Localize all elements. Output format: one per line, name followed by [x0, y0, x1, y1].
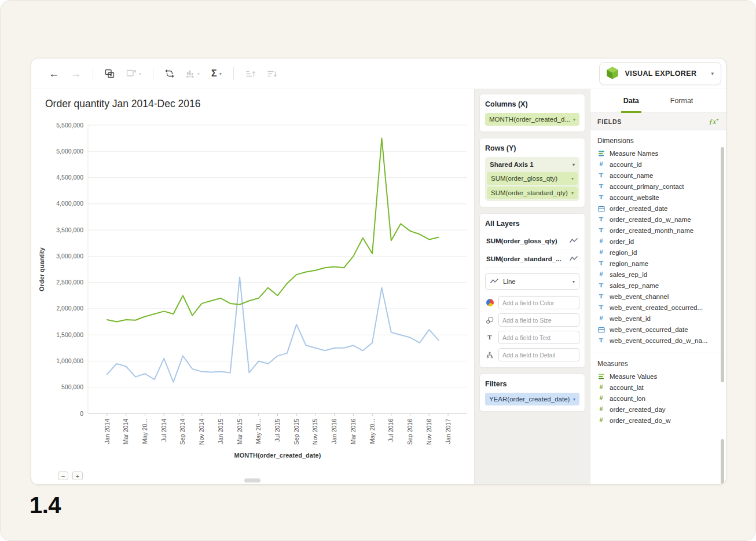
dimension-field-item[interactable]: web_event_occurred_date [590, 324, 726, 335]
dimension-field-item[interactable]: # web_event_id [590, 313, 726, 324]
columns-shelf-title: Columns (X) [485, 100, 579, 108]
visual-explorer-menu-button[interactable]: VISUAL EXPLORER ▾ [599, 62, 721, 85]
svg-text:May 20...: May 20... [141, 419, 148, 444]
dimension-field-item[interactable]: T account_website [590, 192, 726, 203]
fit-axes-button[interactable]: ▾ [182, 66, 204, 82]
squiggle-icon [569, 255, 578, 263]
field-label: sales_rep_id [610, 271, 647, 278]
rows-field-pill[interactable]: SUM(order_standard_qty) ▾ [487, 187, 578, 199]
tab-data[interactable]: Data [621, 89, 641, 113]
hash-icon: # [597, 249, 605, 255]
dimension-field-item[interactable]: T order_created_do_w_name [590, 214, 726, 225]
order-quantity-line-chart[interactable]: 0500,0001,000,0001,500,0002,000,0002,500… [31, 89, 474, 469]
measure-field-item[interactable]: # order_created_do_w [590, 415, 726, 426]
text-T-icon: T [485, 334, 494, 341]
field-label: web_event_occurred_date [610, 326, 688, 333]
field-label: account_website [610, 194, 659, 201]
columns-field-pill[interactable]: MONTH(order_created_d... ▾ [485, 113, 579, 126]
text-icon: T [597, 260, 605, 266]
arrow-left-button[interactable]: ← [45, 65, 63, 82]
svg-text:May 20...: May 20... [369, 419, 376, 444]
layer-list: SUM(order_gloss_qty) SUM(order_standard_… [485, 232, 579, 268]
layer-row[interactable]: SUM(order_gloss_qty) [485, 232, 579, 250]
chevron-down-icon: ▾ [219, 71, 222, 76]
dimension-field-item[interactable]: order_created_date [590, 203, 726, 214]
svg-text:0: 0 [80, 410, 83, 417]
add-calculated-field-icon[interactable]: ƒx+ [709, 117, 719, 125]
dimension-field-item[interactable]: T web_event_created_occurred... [590, 302, 726, 313]
dimension-field-item[interactable]: T sales_rep_name [590, 280, 726, 291]
rows-field-pill[interactable]: SUM(order_gloss_qty) ▾ [487, 172, 578, 185]
encoding-drop-input[interactable] [498, 331, 579, 344]
field-label: region_id [610, 249, 637, 256]
chevron-down-icon[interactable]: ▾ [573, 117, 575, 122]
svg-text:5,000,000: 5,000,000 [56, 148, 83, 155]
fields-header-label: FIELDS [597, 118, 622, 125]
text-icon: T [597, 216, 605, 222]
sort-desc-button[interactable] [263, 66, 281, 82]
svg-text:2,500,000: 2,500,000 [56, 279, 83, 286]
text-icon: T [597, 194, 605, 200]
duplicate-button[interactable] [101, 65, 119, 82]
tab-format[interactable]: Format [668, 89, 696, 113]
sort-asc-button[interactable] [241, 66, 259, 82]
dimension-field-item[interactable]: T order_created_month_name [590, 225, 726, 236]
dimension-field-item[interactable]: # sales_rep_id [590, 269, 726, 280]
measure-field-item[interactable]: # account_lon [590, 393, 726, 404]
svg-text:4,500,000: 4,500,000 [56, 174, 83, 181]
layers-icon [597, 150, 605, 157]
svg-text:Nov 2015: Nov 2015 [311, 419, 318, 445]
dimensions-scrollbar-thumb[interactable] [721, 147, 724, 382]
field-label: order_created_do_w [610, 417, 671, 424]
encoding-drop-input[interactable] [498, 296, 579, 309]
measures-scrollbar-thumb[interactable] [721, 439, 724, 484]
measure-field-item[interactable]: Measure Values [590, 371, 726, 382]
squiggle-icon [569, 237, 578, 245]
svg-text:Jan 2017: Jan 2017 [445, 419, 452, 444]
measure-field-item[interactable]: # order_created_day [590, 404, 726, 415]
visual-explorer-logo-icon [605, 65, 620, 82]
chevron-down-icon[interactable]: ▾ [573, 397, 575, 402]
field-label: order_id [610, 238, 634, 245]
dimension-field-item[interactable]: Measure Names [590, 148, 726, 159]
svg-text:500,000: 500,000 [61, 383, 83, 390]
field-label: order_created_date [610, 205, 667, 212]
measures-section-title: Measures [590, 353, 726, 371]
chevron-down-icon[interactable]: ▾ [571, 191, 574, 196]
encoding-drop-input[interactable] [498, 313, 579, 327]
pill-label: SUM(order_gloss_qty) [491, 175, 557, 182]
dimension-field-item[interactable]: # region_id [590, 247, 726, 258]
field-label: order_created_month_name [610, 227, 693, 234]
filter-field-pill[interactable]: YEAR(order_created_date) ▾ [485, 393, 579, 405]
chevron-down-icon[interactable]: ▾ [571, 176, 574, 181]
rows-shelf-title: Rows (Y) [485, 144, 579, 152]
measures-section: Measures Measure Values # account_lat [590, 353, 726, 426]
horizontal-scrollbar-thumb[interactable] [244, 478, 260, 482]
shared-axis-label: Shared Axis 1 [490, 161, 534, 168]
dimension-field-item[interactable]: T region_name [590, 258, 726, 269]
dimension-field-item[interactable]: T account_primary_contact [590, 181, 726, 192]
sigma-button[interactable]: Σ▾ [207, 65, 226, 82]
swap-axes-button[interactable] [161, 65, 178, 82]
mark-type-select[interactable]: Line ▾ [485, 273, 579, 290]
dimension-field-item[interactable]: # order_id [590, 236, 726, 247]
arrow-right-button[interactable]: → [67, 65, 85, 82]
svg-text:Jul 2014: Jul 2014 [160, 419, 167, 442]
zoom-out-button[interactable]: − [58, 471, 68, 480]
chevron-down-icon[interactable]: ▾ [572, 162, 575, 167]
clear-sheet-button[interactable]: ▾ [122, 65, 145, 82]
text-icon: T [597, 304, 605, 310]
zoom-in-button[interactable]: + [72, 471, 83, 480]
encoding-drop-row: T [485, 331, 579, 344]
svg-text:4,000,000: 4,000,000 [56, 200, 83, 207]
measure-field-item[interactable]: # account_lat [590, 382, 726, 393]
dimension-field-item[interactable]: T account_name [590, 170, 726, 181]
dimension-field-item[interactable]: T web_event_channel [590, 291, 726, 302]
encoding-drop-input[interactable] [498, 348, 579, 361]
dimension-field-item[interactable]: T web_event_occurred_do_w_na... [590, 335, 726, 346]
svg-text:MONTH(order_created_date): MONTH(order_created_date) [234, 452, 321, 459]
shared-axis-header[interactable]: Shared Axis 1 ▾ [487, 159, 578, 172]
series-line-SUM(order_standard_qty)[interactable] [107, 277, 439, 382]
layer-row[interactable]: SUM(order_standard_... [485, 250, 579, 268]
dimension-field-item[interactable]: # account_id [590, 159, 726, 170]
